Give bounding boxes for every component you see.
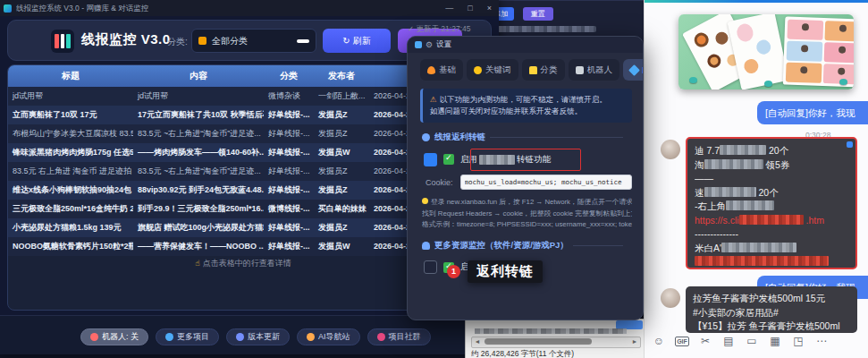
- dialog-tabs: 基础关键词分类机器人内测: [420, 59, 636, 81]
- screen-icon[interactable]: ◳: [791, 335, 805, 347]
- footer-bar: 机器人: 关更多项目版本更新AI导航站项目社群: [0, 315, 499, 354]
- cell: 83.5元 ~右上角进“淘金币”进足迹...: [133, 124, 264, 143]
- community-icon: [377, 333, 385, 341]
- message-text: 拉芳鱼子酱膏护发梳500ml 15元: [693, 293, 825, 303]
- column-header: 标题: [8, 65, 133, 87]
- product-image[interactable]: [678, 14, 854, 90]
- history-icon[interactable]: ▭: [745, 335, 759, 347]
- hint-line: 登录 new.xianbao.fun 后，按 F12 → Network，随便点…: [422, 197, 632, 209]
- more-icon[interactable]: ⋯: [814, 335, 829, 347]
- footer-button-robot[interactable]: 机器人: 关: [80, 328, 148, 345]
- tab-分类[interactable]: 分类: [522, 59, 565, 81]
- tab-内测[interactable]: 内测: [623, 59, 644, 81]
- cell: 88vip30.92元 到手24包无敌蓝4.48...: [133, 181, 264, 200]
- tab-机器人[interactable]: 机器人: [569, 59, 620, 81]
- avatar[interactable]: [661, 140, 680, 159]
- footer-button-community[interactable]: 项目社群: [367, 328, 431, 345]
- image-icon[interactable]: ▦: [768, 335, 782, 347]
- deal-message-lines: 迪 7.720个淘领5券——速20个-右上角https://s.cli.htm-…: [695, 144, 848, 269]
- refresh-button[interactable]: ↻刷新: [323, 29, 391, 53]
- toggle-square[interactable]: [424, 153, 437, 166]
- cell: 买白单的妹妹: [314, 200, 369, 218]
- cookie-row: Cookie:: [426, 175, 632, 190]
- screenshot-icon[interactable]: ✂: [698, 335, 712, 347]
- maximize-icon[interactable]: □: [468, 0, 472, 16]
- cell: 小壳泌尿处方猫粮1.5kg 139元: [8, 218, 133, 237]
- gif-icon[interactable]: GIF: [675, 337, 689, 346]
- message-flag-icon[interactable]: [847, 141, 853, 148]
- message-line: -右上角: [695, 200, 848, 214]
- gem-decoration: [839, 79, 847, 85]
- chat-window: [自动回复]你好，我现 0:30:28 迪 7.720个淘领5券——速20个-右…: [644, 0, 868, 358]
- cell: 维达x线条小狗棒韧软抽90抽24包 ...: [8, 181, 133, 200]
- censored-text: [720, 145, 766, 155]
- footer-button-label: 版本更新: [248, 329, 280, 345]
- checkbox-checked-icon[interactable]: [443, 154, 454, 165]
- tab-label: 内测: [642, 64, 644, 76]
- cell: 布根坞山宁参冰姜大豆腐凉枝 83.5元: [8, 124, 133, 143]
- section-rebate-link: 线报返利转链: [422, 132, 632, 143]
- folder-icon: [529, 66, 537, 74]
- chat-input-toolbar: ☺GIF✂▤▭▦◳⋯: [652, 335, 829, 347]
- auto-reply-bubble[interactable]: [自动回复]你好，我现: [757, 101, 868, 124]
- censored-text: [704, 159, 763, 169]
- cell: ——营养保健发车！——NOOBO ...: [133, 237, 264, 256]
- ai-icon: [307, 333, 315, 341]
- cell: 一剑陌上敝...: [314, 87, 369, 106]
- deal-message-bubble[interactable]: 迪 7.720个淘领5券——速20个-右上角https://s.cli.htm-…: [686, 137, 857, 269]
- scroll-right-icon[interactable]: ►: [630, 337, 639, 345]
- message-line: https://s.cli.htm: [695, 214, 848, 228]
- close-icon[interactable]: ×: [487, 0, 492, 16]
- app-icon: [415, 41, 422, 48]
- message-text: 米白A': [695, 243, 721, 253]
- refresh-icon: ↻: [342, 36, 350, 46]
- reset-button[interactable]: 重置: [523, 7, 553, 21]
- hint-text: 格式示例：timezone=8; PHPSESSID=xxx; username…: [422, 220, 632, 228]
- toggle-square-off[interactable]: [424, 260, 437, 274]
- cell: 83.5元 右上角进 淘金币 进足迹拍 有...: [8, 162, 133, 181]
- minimize-icon[interactable]: —: [445, 0, 453, 16]
- cell: 发掘员Z: [314, 124, 369, 143]
- deal-message-bubble-2[interactable]: 拉芳鱼子酱膏护发梳500ml 15元#小卖部の家居用品#【¥15】拉芳 鱼子酱膏…: [686, 286, 857, 333]
- cell: 微博杂谈: [264, 87, 314, 106]
- censored-text: [726, 200, 774, 210]
- file-icon[interactable]: ▤: [721, 335, 736, 347]
- message-line: 速20个: [695, 186, 848, 200]
- scrollbar-thumb[interactable]: [485, 338, 592, 345]
- scroll-left-icon[interactable]: ◄: [473, 337, 482, 345]
- message-text: ——: [695, 173, 713, 183]
- flame-icon: [427, 66, 435, 74]
- annotation-rectangle: [470, 149, 581, 171]
- robot-icon: [90, 333, 98, 341]
- footer-button-label: 项目社群: [389, 329, 421, 345]
- message-text: https://s.cli: [695, 215, 739, 226]
- screenshot-root: × 添加 重置 ◄ ► 约 26,428,426 字节(11 个文件): [0, 0, 868, 358]
- hint-text: 找到 Request Headers → cookie，把整段 cookie 完…: [422, 209, 632, 217]
- cell: 微博线报-...: [264, 200, 314, 218]
- message-text: 【¥15】拉芳 鱼子酱膏护发梳500ml: [693, 320, 840, 331]
- tab-关键词[interactable]: 关键词: [467, 59, 518, 81]
- category-dropdown[interactable]: 全部分类: [191, 29, 316, 53]
- cart-icon: [198, 37, 206, 45]
- footer-button-globe[interactable]: 更多项目: [156, 328, 219, 345]
- globe-icon: [165, 333, 173, 341]
- avatar[interactable]: [661, 288, 680, 308]
- cell: 好单线报-...: [264, 106, 314, 124]
- cell: 到手29.9！三元极致全脂250ml*16...: [133, 200, 264, 218]
- footer-button-book[interactable]: 版本更新: [226, 328, 290, 345]
- cell: 发掘员Z: [314, 218, 369, 237]
- pointer-icon: ☝: [195, 259, 199, 268]
- tab-基础[interactable]: 基础: [420, 59, 463, 81]
- footer-button-ai[interactable]: AI导航站: [297, 328, 360, 345]
- person-icon: [422, 242, 430, 250]
- os-titlebar: 线报监控系统 V3.0 - 网赚库 & 对话监控 — □ ×: [0, 0, 499, 16]
- emoji-icon[interactable]: ☺: [652, 335, 666, 347]
- hint-line: 格式示例：timezone=8; PHPSESSID=xxx; username…: [422, 219, 632, 231]
- tab-label: 机器人: [587, 64, 613, 76]
- cell: 好单线报-...: [264, 162, 314, 181]
- page-title: 线报监控 V3.0: [81, 31, 171, 48]
- horizontal-scrollbar[interactable]: ◄ ►: [471, 337, 641, 348]
- cookie-input[interactable]: [460, 175, 632, 190]
- cell: 好单线报-...: [264, 218, 314, 237]
- message-line: 【¥15】拉芳 鱼子酱膏护发梳500ml: [693, 320, 850, 334]
